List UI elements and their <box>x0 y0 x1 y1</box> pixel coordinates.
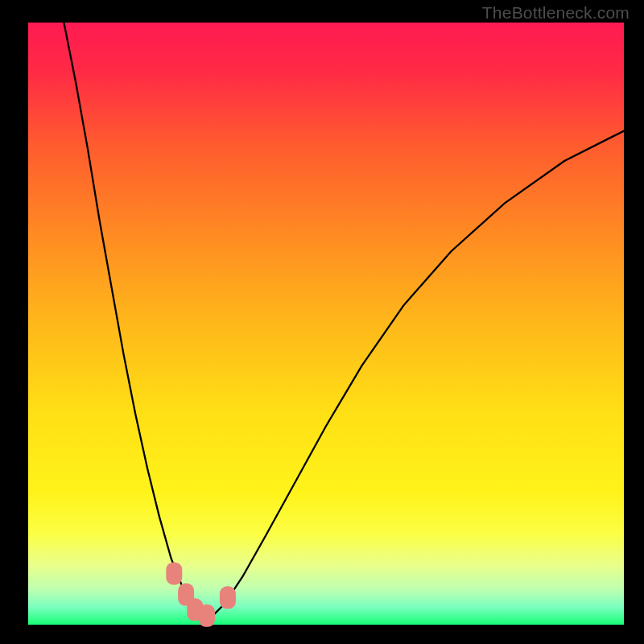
curve-marker <box>199 605 215 627</box>
curve-marker <box>166 562 182 584</box>
curve-marker <box>220 586 236 609</box>
chart-frame: TheBottleneck.com <box>0 0 644 644</box>
watermark-text: TheBottleneck.com <box>482 3 630 23</box>
bottleneck-curve <box>64 23 624 619</box>
marker-group <box>166 562 236 626</box>
curve-layer <box>28 23 624 625</box>
plot-area <box>28 23 624 625</box>
